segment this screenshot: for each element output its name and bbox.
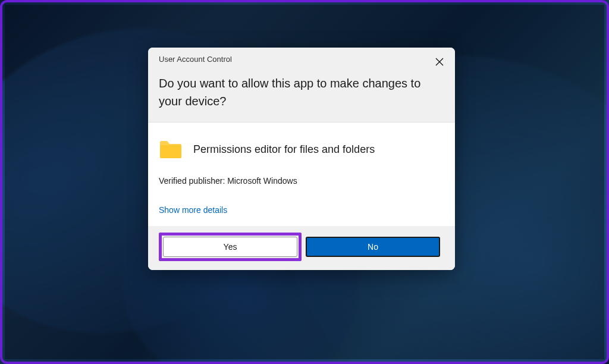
yes-button-wrapper: Yes: [163, 237, 297, 257]
show-more-details-link[interactable]: Show more details: [159, 205, 227, 215]
close-button[interactable]: [432, 55, 447, 69]
yes-button[interactable]: Yes: [163, 237, 297, 257]
dialog-title-small: User Account Control: [159, 55, 444, 64]
dialog-footer: Yes No: [148, 226, 455, 270]
app-name: Permissions editor for files and folders: [193, 143, 375, 156]
app-info-row: Permissions editor for files and folders: [159, 139, 444, 159]
dialog-header: User Account Control Do you want to allo…: [148, 48, 455, 123]
no-button[interactable]: No: [306, 237, 440, 257]
uac-dialog: User Account Control Do you want to allo…: [148, 48, 455, 270]
folder-icon: [159, 139, 183, 159]
dialog-title-large: Do you want to allow this app to make ch…: [159, 74, 444, 110]
close-icon: [435, 58, 444, 66]
publisher-info: Verified publisher: Microsoft Windows: [159, 176, 444, 186]
dialog-body: Permissions editor for files and folders…: [148, 123, 455, 226]
